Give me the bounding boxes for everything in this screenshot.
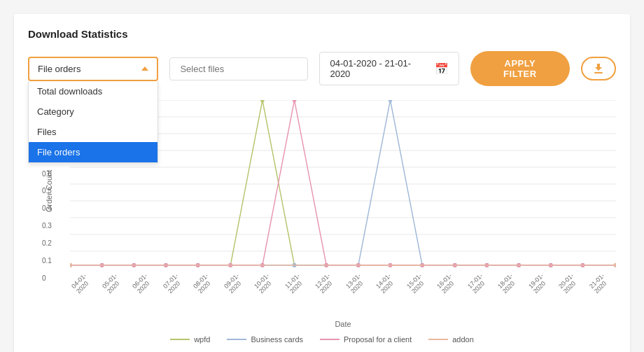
svg-point-66	[70, 263, 72, 267]
filter-row: File orders Total downloads Category Fil…	[28, 51, 616, 86]
apply-filter-button[interactable]: APPLY FILTER	[470, 51, 570, 86]
x-axis-label: Date	[70, 320, 616, 328]
dropdown-arrow-icon	[141, 66, 148, 71]
legend-wpfd: wpfd	[170, 335, 210, 344]
legend-business-cards-line	[227, 339, 246, 340]
legend-proposal: Proposal for a client	[320, 335, 412, 344]
legend-wpfd-label: wpfd	[194, 335, 210, 344]
legend-addon-line	[428, 339, 448, 340]
y-tick-05: 0.5	[42, 187, 52, 195]
y-tick-03: 0.3	[42, 222, 52, 230]
legend-addon: addon	[428, 335, 474, 344]
calendar-icon[interactable]: 📅	[435, 62, 449, 76]
download-icon-button[interactable]	[581, 57, 616, 80]
legend-wpfd-line	[170, 339, 190, 340]
dropdown-menu: Total downloads Category Files File orde…	[28, 81, 158, 163]
filter-dropdown[interactable]: File orders Total downloads Category Fil…	[28, 57, 158, 81]
y-tick-06: 0.6	[42, 170, 52, 178]
x-axis-labels: 04-01-2020 05-01-2020 06-01-2020 07-01-2…	[70, 285, 616, 299]
svg-point-18	[260, 100, 265, 102]
download-icon	[592, 62, 605, 75]
legend-proposal-label: Proposal for a client	[344, 335, 412, 344]
menu-item-category[interactable]: Category	[29, 101, 158, 122]
y-tick-00: 0	[42, 274, 52, 282]
menu-item-file-orders[interactable]: File orders	[29, 142, 158, 162]
svg-point-40	[388, 100, 393, 102]
select-files-input[interactable]	[169, 57, 308, 80]
y-tick-01: 0.1	[42, 257, 52, 265]
y-tick-02: 0.2	[42, 239, 52, 247]
menu-item-total-downloads[interactable]: Total downloads	[29, 81, 158, 101]
dropdown-selected-label: File orders	[38, 64, 80, 74]
y-tick-04: 0.4	[42, 204, 52, 212]
date-range-text: 04-01-2020 - 21-01-2020	[330, 58, 428, 79]
date-range-display: 04-01-2020 - 21-01-2020 📅	[319, 52, 458, 85]
menu-item-files[interactable]: Files	[29, 122, 158, 142]
legend-addon-label: addon	[452, 335, 474, 344]
legend-proposal-line	[320, 339, 340, 340]
page-title: Download Statistics	[28, 28, 616, 40]
svg-point-55	[293, 100, 297, 102]
svg-point-67	[614, 263, 616, 267]
dropdown-button[interactable]: File orders	[28, 57, 158, 81]
legend-business-cards-label: Business cards	[251, 335, 303, 344]
legend-business-cards: Business cards	[227, 335, 303, 344]
chart-legend: wpfd Business cards Proposal for a clien…	[28, 335, 616, 344]
svg-rect-0	[594, 72, 603, 73]
